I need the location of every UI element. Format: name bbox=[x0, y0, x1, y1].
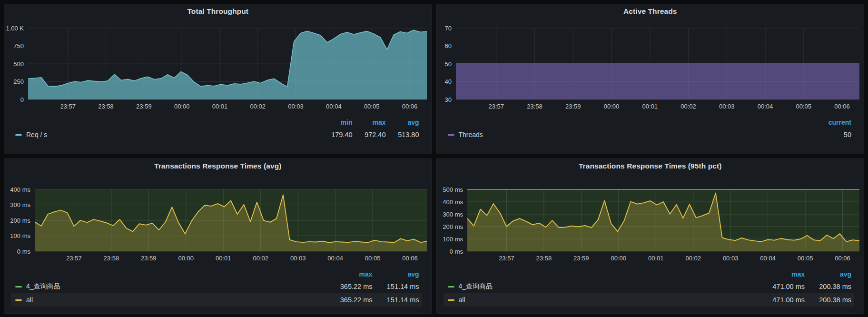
svg-text:00:05: 00:05 bbox=[797, 255, 813, 262]
series-color-dash-icon bbox=[15, 134, 22, 136]
chart-canvas[interactable]: 304050607023:5723:5823:5900:0000:0100:02… bbox=[437, 19, 864, 113]
svg-text:100 ms: 100 ms bbox=[443, 236, 463, 243]
chart-canvas[interactable]: 0 ms100 ms200 ms300 ms400 ms500 ms23:572… bbox=[437, 173, 864, 265]
stat-column-header-max[interactable]: max bbox=[353, 119, 386, 126]
svg-text:300 ms: 300 ms bbox=[443, 211, 463, 218]
stat-value: 365.22 ms bbox=[326, 283, 373, 290]
svg-text:500: 500 bbox=[13, 60, 24, 68]
panel-response-times-95pct: Transactions Response Times (95th pct) 0… bbox=[436, 158, 865, 314]
stat-value: 471.00 ms bbox=[758, 296, 805, 304]
series-label[interactable]: Threads bbox=[459, 131, 483, 139]
response-avg-chart[interactable]: 0 ms100 ms200 ms300 ms400 ms23:5723:5823… bbox=[4, 173, 432, 265]
series-area-Threads bbox=[456, 64, 859, 99]
series-color-dash-icon bbox=[15, 299, 22, 301]
svg-text:23:58: 23:58 bbox=[98, 103, 114, 110]
stat-value: 972.40 bbox=[353, 131, 386, 139]
stat-column-header-avg[interactable]: avg bbox=[373, 270, 419, 278]
svg-text:300 ms: 300 ms bbox=[10, 201, 30, 208]
stat-column-header-current[interactable]: current bbox=[818, 119, 851, 126]
series-label[interactable]: Req / s bbox=[26, 131, 47, 139]
svg-text:23:59: 23:59 bbox=[565, 103, 581, 110]
series-color-dash-icon bbox=[448, 286, 454, 287]
panel-header-response-times-95pct[interactable]: Transactions Response Times (95th pct) bbox=[437, 159, 864, 173]
series-color-dash-icon bbox=[448, 134, 454, 136]
svg-text:00:00: 00:00 bbox=[603, 103, 619, 110]
panel-header-active-threads[interactable]: Active Threads bbox=[437, 4, 864, 19]
svg-text:00:06: 00:06 bbox=[834, 103, 850, 110]
legend-row: all365.22 ms151.14 ms bbox=[11, 293, 422, 307]
svg-text:00:02: 00:02 bbox=[681, 103, 696, 110]
stat-value: 151.14 ms bbox=[373, 296, 419, 304]
svg-text:00:00: 00:00 bbox=[611, 255, 626, 262]
stat-value: 200.38 ms bbox=[805, 283, 851, 290]
svg-text:60: 60 bbox=[444, 42, 451, 50]
stat-column-header-max[interactable]: max bbox=[758, 270, 805, 278]
svg-text:23:57: 23:57 bbox=[488, 103, 504, 110]
stat-column-header-min[interactable]: min bbox=[319, 119, 353, 126]
y-axis-labels: 0 ms100 ms200 ms300 ms400 ms500 ms bbox=[443, 186, 463, 255]
svg-text:00:00: 00:00 bbox=[178, 255, 194, 262]
series-label[interactable]: 4_查询商品 bbox=[459, 282, 493, 291]
response-avg-legend: maxavg4_查询商品365.22 ms151.14 msall365.22 … bbox=[4, 265, 432, 307]
svg-text:400 ms: 400 ms bbox=[10, 186, 30, 193]
legend-row: all471.00 ms200.38 ms bbox=[444, 293, 855, 307]
svg-text:70: 70 bbox=[444, 25, 451, 32]
panel-active-threads: Active Threads 304050607023:5723:5823:59… bbox=[436, 4, 865, 154]
svg-text:00:04: 00:04 bbox=[757, 103, 773, 110]
svg-text:400 ms: 400 ms bbox=[443, 198, 463, 206]
panel-response-times-avg: Transactions Response Times (avg) 0 ms10… bbox=[4, 158, 432, 314]
svg-text:00:01: 00:01 bbox=[216, 255, 231, 262]
svg-text:00:01: 00:01 bbox=[212, 103, 228, 110]
legend-row: Threads50 bbox=[444, 128, 855, 141]
chart-canvas[interactable]: 02505007501.00 K23:5723:5823:5900:0000:0… bbox=[4, 19, 432, 113]
svg-text:00:02: 00:02 bbox=[685, 255, 701, 262]
svg-text:500 ms: 500 ms bbox=[443, 186, 463, 193]
legend-row: 4_查询商品471.00 ms200.38 ms bbox=[444, 280, 855, 293]
svg-text:00:01: 00:01 bbox=[648, 255, 663, 262]
svg-text:00:06: 00:06 bbox=[402, 103, 418, 110]
svg-text:00:05: 00:05 bbox=[796, 103, 811, 110]
legend-row: Req / s179.40972.40513.80 bbox=[11, 128, 422, 141]
panel-header-total-throughput[interactable]: Total Throughput bbox=[4, 4, 432, 19]
threads-chart[interactable]: 304050607023:5723:5823:5900:0000:0100:02… bbox=[437, 19, 864, 113]
svg-text:200 ms: 200 ms bbox=[10, 217, 30, 224]
y-axis-labels: 02505007501.00 K bbox=[6, 25, 24, 103]
svg-text:00:01: 00:01 bbox=[642, 103, 658, 110]
stat-column-header-max[interactable]: max bbox=[326, 270, 373, 278]
svg-text:100 ms: 100 ms bbox=[10, 232, 30, 239]
svg-text:23:58: 23:58 bbox=[536, 255, 552, 262]
stat-column-header-avg[interactable]: avg bbox=[805, 270, 851, 278]
stat-value: 179.40 bbox=[319, 131, 353, 139]
svg-text:750: 750 bbox=[13, 42, 24, 50]
svg-text:200 ms: 200 ms bbox=[443, 223, 463, 230]
svg-text:00:04: 00:04 bbox=[760, 255, 776, 262]
series-label[interactable]: all bbox=[26, 296, 33, 304]
stat-value: 151.14 ms bbox=[373, 283, 419, 290]
svg-text:00:03: 00:03 bbox=[290, 255, 306, 262]
y-axis-labels: 3040506070 bbox=[444, 25, 451, 103]
svg-text:00:02: 00:02 bbox=[253, 255, 268, 262]
panel-title: Transactions Response Times (95th pct) bbox=[579, 162, 722, 170]
svg-text:00:03: 00:03 bbox=[719, 103, 735, 110]
svg-text:40: 40 bbox=[444, 78, 451, 85]
svg-text:250: 250 bbox=[13, 78, 24, 85]
series-label[interactable]: 4_查询商品 bbox=[26, 282, 60, 291]
throughput-legend: minmaxavgReq / s179.40972.40513.80 bbox=[4, 113, 432, 141]
threads-legend: currentThreads50 bbox=[437, 113, 864, 141]
dashboard: Total Throughput 02505007501.00 K23:5723… bbox=[0, 0, 868, 317]
svg-text:00:04: 00:04 bbox=[326, 103, 342, 110]
response-95pct-chart[interactable]: 0 ms100 ms200 ms300 ms400 ms500 ms23:572… bbox=[437, 173, 864, 265]
series-label[interactable]: all bbox=[459, 296, 465, 304]
stat-column-header-avg[interactable]: avg bbox=[386, 119, 419, 126]
svg-text:00:05: 00:05 bbox=[364, 103, 380, 110]
throughput-chart[interactable]: 02505007501.00 K23:5723:5823:5900:0000:0… bbox=[4, 19, 432, 113]
x-axis-labels: 23:5723:5823:5900:0000:0100:0200:0300:04… bbox=[499, 255, 850, 262]
svg-text:23:57: 23:57 bbox=[60, 103, 76, 110]
svg-text:00:03: 00:03 bbox=[288, 103, 304, 110]
response-95pct-legend: maxavg4_查询商品471.00 ms200.38 msall471.00 … bbox=[437, 265, 864, 307]
chart-canvas[interactable]: 0 ms100 ms200 ms300 ms400 ms23:5723:5823… bbox=[4, 173, 432, 265]
panel-title: Total Throughput bbox=[187, 7, 248, 16]
svg-text:30: 30 bbox=[444, 96, 451, 103]
panel-header-response-times-avg[interactable]: Transactions Response Times (avg) bbox=[4, 159, 432, 173]
svg-text:0 ms: 0 ms bbox=[17, 248, 31, 255]
